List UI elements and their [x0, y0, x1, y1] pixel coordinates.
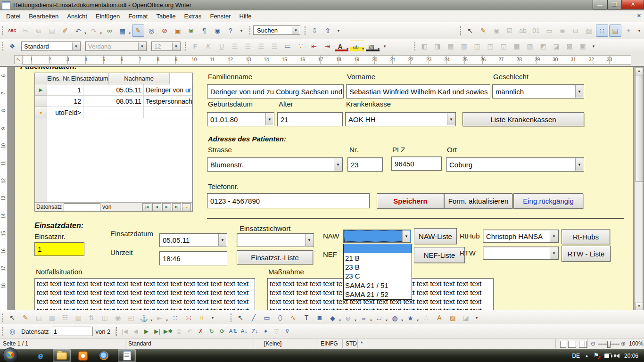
font-name-combobox[interactable]: Verdana ▼	[85, 41, 147, 51]
writer-taskbar-icon[interactable]	[118, 349, 136, 362]
save-record-icon[interactable]: ⎙	[174, 325, 184, 337]
highlight-icon[interactable]: ab	[350, 41, 364, 52]
tray-expand-icon[interactable]: ▲	[585, 354, 589, 358]
chevron-down-icon[interactable]: ▼	[172, 42, 180, 50]
maximize-button[interactable]: ❐	[607, 0, 622, 9]
image-button-icon[interactable]: ▨	[583, 25, 595, 37]
undo-icon[interactable]: ↶	[72, 25, 87, 36]
menu-item[interactable]: Ansicht	[63, 11, 91, 21]
geschlecht-dropdown[interactable]: männlich▼	[492, 84, 584, 99]
activation-order-icon[interactable]: ⇅	[85, 312, 98, 324]
frame-tool-icon[interactable]: ◧	[418, 40, 430, 52]
battery-icon[interactable]	[604, 354, 611, 358]
find-next-icon[interactable]: ⇩	[308, 25, 321, 37]
rtw-liste-button[interactable]: RTW - Liste	[561, 246, 611, 262]
nr-field[interactable]: 23	[347, 157, 383, 172]
frame-tool-icon[interactable]: ◪	[550, 40, 562, 52]
numbered-list-icon[interactable]: ≔	[281, 40, 294, 52]
next-record-icon[interactable]: ▶	[141, 325, 151, 337]
nef-liste-button[interactable]: NEF-Liste	[414, 247, 465, 263]
naw-option[interactable]	[344, 244, 412, 253]
naw-option[interactable]: 21 B	[344, 253, 412, 262]
change-anchor-icon[interactable]: ⚓	[138, 312, 153, 323]
column-header[interactable]: Einsatzdatum	[71, 73, 109, 84]
open-design-mode-icon[interactable]: ◫	[99, 312, 111, 324]
cell-einsatzdatum[interactable]	[83, 107, 144, 118]
justify-icon[interactable]: ☰	[268, 40, 281, 52]
select-pointer-icon[interactable]: ↖	[234, 312, 247, 324]
new-record-icon[interactable]: ●	[182, 203, 191, 211]
refresh-icon[interactable]: ↻	[206, 325, 216, 337]
form-properties-icon[interactable]: ▥	[46, 312, 58, 324]
cell-nachname[interactable]: Deringer von ur	[144, 84, 192, 96]
extrusion-icon[interactable]: ◪	[460, 312, 472, 324]
font-size-combobox[interactable]: 12 ▼	[151, 41, 181, 51]
symbol-shapes-icon[interactable]: ☺	[342, 312, 357, 323]
horizontal-ruler[interactable]: 1234567891011121314151617181920212223242…	[22, 55, 631, 65]
naw-option[interactable]: SAMA 21 / 51	[344, 281, 412, 290]
liste-krankenkassen-button[interactable]: Liste Krankenkassen	[462, 112, 584, 126]
table-row[interactable]: ● utoFeld>	[35, 107, 192, 118]
scrollbar-thumb[interactable]	[635, 75, 643, 182]
snap-to-grid-icon[interactable]: ∺	[182, 312, 195, 324]
scroll-down-icon[interactable]: ▼	[635, 303, 643, 311]
rthub-dropdown[interactable]: Christoph HANSA▼	[483, 230, 559, 243]
row-selector[interactable]: ●	[35, 107, 47, 118]
option-list-icon[interactable]: ≣	[556, 25, 569, 37]
apply-filter-icon[interactable]: ▽	[272, 325, 281, 337]
new-record-icon[interactable]: ▶✱	[163, 325, 173, 337]
wizards-icon[interactable]: ✦	[622, 25, 635, 37]
cell-nachname[interactable]	[144, 107, 192, 118]
refresh-control-icon[interactable]: ⟳	[217, 325, 227, 337]
chevron-down-icon[interactable]: ▼	[550, 247, 558, 259]
frame-tool-icon[interactable]: ▤	[445, 40, 457, 52]
row-selector[interactable]	[35, 96, 47, 107]
close-document-icon[interactable]: ✕	[637, 13, 641, 19]
eing-rueckgaengig-button[interactable]: Eing.rückgängig	[513, 193, 583, 209]
sort-ascending-icon[interactable]: A↓	[239, 325, 249, 337]
cell-einsatzdatum[interactable]: 05.05.11	[83, 84, 144, 96]
zoom-icon[interactable]: ◉	[211, 25, 223, 37]
media-player-taskbar-icon[interactable]	[74, 350, 91, 362]
table-icon[interactable]: ▦	[116, 25, 131, 36]
chevron-down-icon[interactable]: ▼	[575, 158, 583, 171]
frame-tool-icon[interactable]: ▧	[524, 40, 536, 52]
toolbar-overflow-icon[interactable]: ▾	[209, 312, 216, 324]
cell-eins-nr[interactable]: 12	[47, 96, 83, 107]
start-button[interactable]	[3, 347, 18, 362]
table-row[interactable]: 12 08.05.11 Testpersonnach	[35, 96, 192, 107]
menu-item[interactable]: Format	[124, 11, 152, 21]
form-navigator-icon[interactable]: ☷	[59, 312, 71, 324]
bullet-list-icon[interactable]: ∵	[295, 40, 307, 52]
basic-shapes-icon[interactable]: ◆	[327, 312, 341, 323]
text-icon[interactable]: T	[300, 312, 313, 324]
chevron-down-icon[interactable]: ▼	[305, 234, 313, 246]
vertical-scrollbar[interactable]: ▲ ▼	[635, 67, 643, 311]
geburtsdatum-dropdown[interactable]: 01.01.80▼	[207, 112, 274, 126]
toolbar-overflow-icon[interactable]: ▾	[381, 40, 388, 52]
language-indicator[interactable]: [Keine]	[264, 340, 281, 347]
chevron-down-icon[interactable]: ▼	[218, 234, 226, 246]
plz-field[interactable]: 96450	[391, 156, 442, 171]
form-filter-icon[interactable]: ⊽	[282, 325, 292, 337]
align-left-icon[interactable]: ☰	[229, 40, 241, 52]
naw-option[interactable]: 23 C	[344, 272, 412, 280]
naw-option[interactable]: SAMA 21 / 52	[344, 290, 412, 299]
ellipse-icon[interactable]: ⬯	[274, 312, 286, 324]
menu-item[interactable]: Fenster	[206, 11, 235, 21]
first-record-icon[interactable]: |◀	[120, 325, 130, 337]
chevron-down-icon[interactable]: ▼	[402, 230, 410, 242]
increase-indent-icon[interactable]: ⇥	[321, 40, 333, 52]
table-row[interactable]: ▶ 1 05.05.11 Deringer von ur	[35, 84, 192, 96]
volume-icon[interactable]	[616, 354, 619, 358]
sort-icon[interactable]: A⇅	[228, 325, 238, 337]
toolbar-overflow-icon[interactable]: ▾	[238, 25, 245, 37]
frame-tool-icon[interactable]: ◰	[484, 40, 496, 52]
styles-icon[interactable]: ❖	[6, 40, 18, 52]
redo-icon[interactable]: ↷	[88, 25, 102, 36]
cut-icon[interactable]: ✂	[19, 25, 32, 37]
menu-item[interactable]: Hilfe	[235, 11, 256, 21]
frame-tool-icon[interactable]: ◫	[471, 40, 483, 52]
menu-item[interactable]: Bearbeiten	[25, 11, 63, 21]
italic-icon[interactable]: K	[202, 40, 215, 52]
